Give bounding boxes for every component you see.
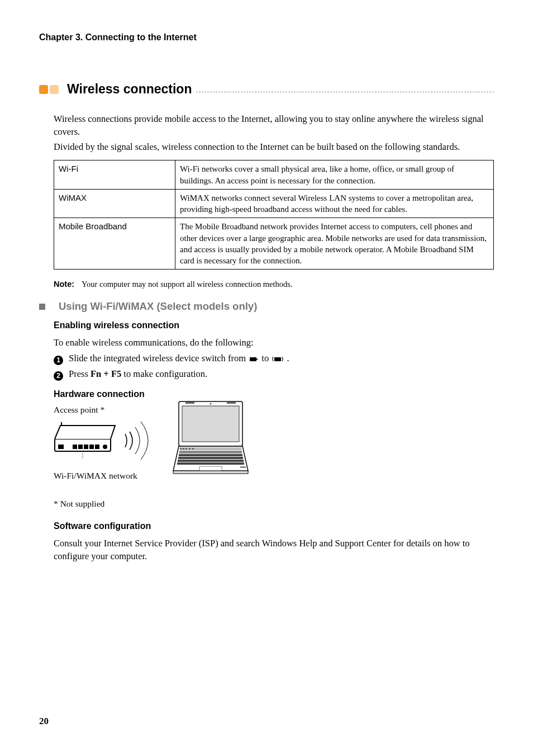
svg-point-11: [103, 445, 107, 449]
table-cell-right: The Mobile Broadband network provides In…: [175, 218, 494, 270]
svg-rect-0: [250, 357, 256, 361]
step-bullet-2-icon: 2: [54, 371, 63, 381]
svg-rect-28: [240, 466, 246, 468]
laptop-icon: [169, 399, 253, 478]
heading-software: Software configuration: [54, 521, 494, 531]
svg-rect-8: [84, 445, 88, 449]
svg-rect-17: [227, 402, 236, 404]
subsection-title: Using Wi-Fi/WiMAX (Select models only): [59, 300, 257, 313]
section-heading-row: Wireless connection: [39, 82, 494, 97]
svg-rect-30: [180, 448, 182, 450]
step-2-text-a: Press: [69, 368, 91, 379]
standards-table: Wi-Fi Wi-Fi networks cover a small physi…: [54, 160, 494, 270]
subsection-heading-row: Using Wi-Fi/WiMAX (Select models only): [39, 300, 494, 313]
step-1-text-a: Slide the integrated wireless device swi…: [69, 353, 248, 363]
table-cell-left: Mobile Broadband: [54, 218, 175, 270]
step-2-key: Fn + F5: [91, 368, 121, 379]
software-config-text: Consult your Internet Service Provider (…: [54, 537, 494, 563]
svg-rect-5: [58, 445, 64, 449]
svg-rect-9: [89, 445, 94, 449]
table-cell-left: WiMAX: [54, 189, 175, 218]
svg-rect-24: [177, 462, 244, 465]
svg-rect-22: [178, 457, 243, 459]
step-1-text-b: to: [261, 353, 271, 363]
section-rule-line: [196, 91, 494, 92]
svg-rect-16: [185, 402, 194, 404]
chapter-title: Chapter 3. Connecting to the Internet: [39, 32, 494, 42]
step-1: 1 Slide the integrated wireless device s…: [54, 351, 494, 367]
svg-rect-23: [178, 460, 244, 462]
footnote-not-supplied: * Not supplied: [54, 499, 494, 509]
svg-rect-10: [95, 445, 99, 449]
svg-rect-20: [179, 451, 242, 453]
table-cell-right: Wi-Fi networks cover a small physical ar…: [175, 160, 494, 190]
table-row: Mobile Broadband The Mobile Broadband ne…: [54, 218, 494, 270]
heading-enable: Enabling wireless connection: [54, 320, 494, 330]
bullet-box-primary: [39, 85, 48, 94]
svg-rect-7: [78, 445, 83, 449]
step-2-text-b: to make configuration.: [121, 368, 207, 379]
note-text: Your computer may not support all wirele…: [82, 280, 292, 289]
step-2: 2 Press Fn + F5 to make configuration.: [54, 367, 494, 381]
svg-rect-2: [274, 357, 281, 361]
svg-rect-6: [73, 445, 77, 449]
table-row: Wi-Fi Wi-Fi networks cover a small physi…: [54, 160, 494, 190]
svg-rect-1: [256, 359, 258, 360]
intro-paragraph-2: Divided by the signal scales, wireless c…: [54, 140, 494, 153]
step-bullet-1-icon: 1: [54, 356, 63, 365]
intro-paragraph-1: Wireless connections provide mobile acce…: [54, 112, 494, 138]
table-cell-right: WiMAX networks connect several Wireless …: [175, 189, 494, 218]
section-title: Wireless connection: [67, 82, 192, 97]
square-bullet-icon: [39, 304, 45, 310]
note-label: Note:: [54, 280, 79, 289]
note-row: Note: Your computer may not support all …: [54, 280, 494, 289]
wireless-waves-icon: [118, 418, 152, 463]
step-1-text-c: .: [287, 353, 289, 363]
svg-rect-33: [189, 448, 191, 450]
bullet-box-secondary: [50, 85, 59, 94]
svg-rect-31: [183, 448, 184, 450]
svg-rect-34: [192, 448, 194, 450]
svg-rect-32: [185, 448, 187, 450]
table-cell-left: Wi-Fi: [54, 160, 175, 190]
svg-rect-21: [179, 454, 242, 456]
network-label: Wi-Fi/WiMAX network: [54, 471, 152, 481]
wireless-off-icon: [249, 352, 258, 367]
page-number: 20: [39, 716, 49, 727]
access-point-label: Access point *: [54, 405, 152, 415]
svg-rect-29: [173, 471, 248, 474]
wireless-on-icon: [272, 352, 283, 367]
table-row: WiMAX WiMAX networks connect several Wir…: [54, 189, 494, 218]
heading-hardware: Hardware connection: [54, 389, 494, 399]
svg-rect-15: [182, 406, 239, 442]
svg-point-18: [210, 403, 211, 404]
hardware-diagram: Access point *: [54, 405, 494, 481]
enable-intro-text: To enable wireless communications, do th…: [54, 336, 494, 349]
router-icon: [54, 422, 121, 459]
